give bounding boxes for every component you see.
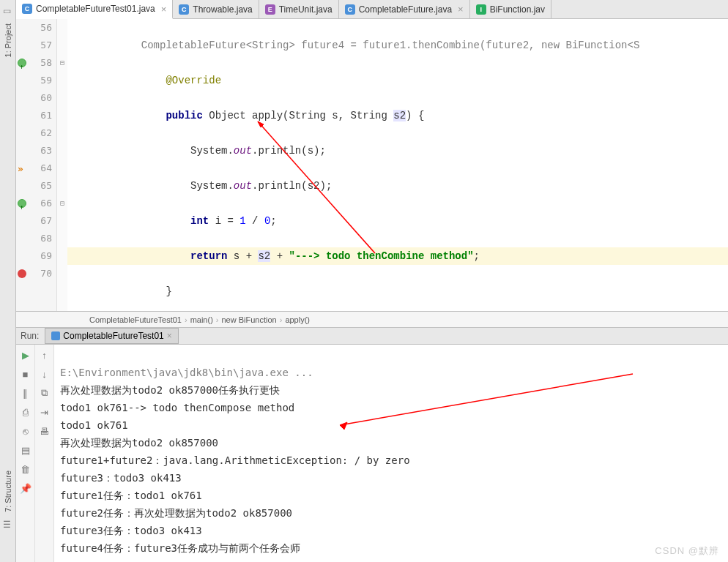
svg-line-2 [340, 374, 633, 425]
scroll-end-button[interactable]: ⇥ [37, 405, 52, 419]
lambda-gutter-icon[interactable] [18, 164, 26, 173]
console-output[interactable]: E:\Environment\java\jdk8\bin\java.exe ..… [54, 345, 728, 562]
run-header: Run: CompletableFutureTest01 × [16, 328, 728, 345]
breadcrumb-item[interactable]: main() [190, 315, 213, 324]
tab-label: TimeUnit.java [279, 4, 333, 15]
soft-wrap-button[interactable]: ⧉ [37, 386, 52, 400]
tab-throwable[interactable]: C Throwable.java [173, 0, 259, 18]
override-gutter-icon[interactable] [18, 199, 26, 208]
breadcrumb: CompletableFutureTest01 › main() › new B… [16, 312, 728, 328]
run-button[interactable]: ▶ [18, 348, 33, 362]
tab-label: CompletableFutureTest01.java [36, 4, 155, 14]
structure-icon: ☰ [3, 520, 13, 530]
tab-completablefuture[interactable]: C CompletableFuture.java × [339, 0, 470, 18]
tab-label: CompletableFuture.java [359, 4, 452, 15]
project-icon: ▭ [3, 6, 13, 16]
pause-button[interactable]: ‖ [18, 386, 33, 400]
trash-button[interactable]: 🗑 [18, 462, 33, 476]
line-gutter: 56 57 58 59 60 61 62 63 64 65 66 67 68 6… [16, 19, 57, 311]
watermark: CSDN @默辨 [655, 544, 719, 558]
tab-timeunit[interactable]: E TimeUnit.java [259, 0, 339, 18]
down-button[interactable]: ↓ [37, 367, 52, 381]
java-class-icon: C [345, 4, 355, 15]
tool-window-rail: ▭ 1: Project 7: Structure ☰ [0, 0, 16, 562]
svg-marker-3 [340, 422, 347, 430]
run-tool-window: Run: CompletableFutureTest01 × ▶ ■ ‖ ⎙ ⎋… [16, 328, 728, 562]
tab-label: Throwable.java [193, 4, 252, 15]
dump-button[interactable]: ⎙ [18, 405, 33, 419]
breadcrumb-item[interactable]: CompletableFutureTest01 [89, 315, 182, 324]
exit-button[interactable]: ⎋ [18, 424, 33, 438]
run-toolbar-primary: ▶ ■ ‖ ⎙ ⎋ ▤ 🗑 📌 [16, 345, 35, 562]
run-config-tab[interactable]: CompletableFutureTest01 × [45, 328, 178, 344]
override-gutter-icon[interactable] [18, 59, 26, 67]
print-button[interactable]: 🖶 [37, 424, 52, 438]
fold-column: ⊟⊟ [57, 19, 67, 311]
tab-bifunction[interactable]: I BiFunction.jav [470, 0, 551, 18]
java-enum-icon: E [265, 4, 275, 15]
tab-label: BiFunction.jav [490, 4, 545, 15]
editor-tabs: C CompletableFutureTest01.java × C Throw… [16, 0, 728, 19]
project-tool-button[interactable]: 1: Project [2, 19, 14, 61]
structure-tool-button[interactable]: 7: Structure [2, 466, 14, 517]
layout-button[interactable]: ▤ [18, 443, 33, 457]
run-config-icon [51, 331, 60, 340]
breadcrumb-item[interactable]: new BiFunction [221, 315, 276, 324]
tab-completablefuturetest01[interactable]: C CompletableFutureTest01.java × [16, 0, 173, 19]
up-button[interactable]: ↑ [37, 348, 52, 362]
breakpoint-icon[interactable] [18, 269, 26, 278]
java-interface-icon: I [476, 4, 486, 15]
code-area[interactable]: CompletableFuture<String> future4 = futu… [67, 19, 728, 311]
java-class-icon: C [179, 4, 189, 15]
close-icon[interactable]: × [458, 4, 464, 15]
code-editor[interactable]: 56 57 58 59 60 61 62 63 64 65 66 67 68 6… [16, 19, 728, 312]
run-tab-label: CompletableFutureTest01 [63, 331, 163, 341]
stop-button[interactable]: ■ [18, 367, 33, 381]
run-label: Run: [21, 331, 39, 341]
pin-button[interactable]: 📌 [18, 481, 33, 495]
run-toolbar-secondary: ↑ ↓ ⧉ ⇥ 🖶 [35, 345, 54, 562]
breadcrumb-item[interactable]: apply() [285, 315, 310, 324]
close-icon[interactable]: × [167, 331, 172, 341]
java-class-icon: C [22, 4, 32, 14]
close-icon[interactable]: × [161, 4, 167, 15]
